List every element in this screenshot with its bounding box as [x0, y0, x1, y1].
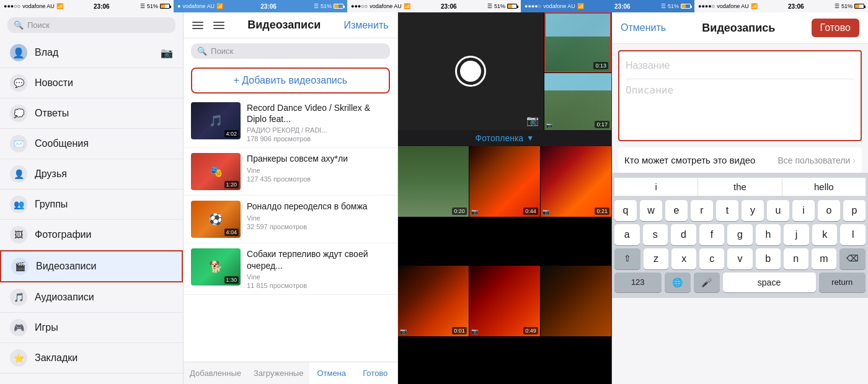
key-y[interactable]: y: [742, 200, 764, 221]
suggestion-i[interactable]: i: [614, 178, 698, 196]
sidebar-search-placeholder: Поиск: [27, 20, 50, 30]
key-z[interactable]: z: [644, 248, 668, 269]
sidebar-item-friends[interactable]: 👤 Друзья: [0, 159, 183, 190]
filmstrip-cell-2[interactable]: 📷 0:21: [541, 146, 611, 217]
filmstrip-cell-3[interactable]: 📷 0:01: [398, 266, 469, 336]
video-info-3: Собаки терпеливо ждут своей очеред... Vi…: [247, 248, 389, 289]
key-x[interactable]: x: [671, 248, 696, 269]
tab-added[interactable]: Добавленные: [184, 362, 247, 384]
sidebar-icon-vlad: 👤: [10, 44, 27, 61]
upload-description-input[interactable]: [626, 82, 854, 131]
sidebar-item-photos[interactable]: 🖼 Фотографии: [0, 220, 183, 250]
video-item-3[interactable]: 🐕 1:30 Собаки терпеливо ждут своей очере…: [184, 243, 397, 294]
video-name-1: Пранкеры совсем аху*ли: [247, 153, 389, 164]
videos-panel: Видеозаписи Изменить 🔍 Поиск + Добавить …: [184, 12, 397, 384]
key-c[interactable]: c: [699, 248, 724, 269]
hamburger-icon-2[interactable]: [213, 22, 224, 29]
key-j[interactable]: j: [784, 224, 809, 245]
camera-shutter-button[interactable]: [455, 56, 486, 87]
sidebar-item-news[interactable]: 💬 Новости: [0, 68, 183, 98]
filmstrip-cell-4[interactable]: 📷 0:49: [469, 266, 540, 336]
camera-preview-1[interactable]: 0:13: [544, 12, 611, 72]
video-source-1: Vine: [247, 167, 389, 174]
key-n[interactable]: n: [784, 248, 808, 269]
tab-uploaded[interactable]: Загруженные: [247, 362, 309, 384]
key-f[interactable]: f: [699, 224, 725, 245]
tab-done[interactable]: Готово: [353, 362, 397, 384]
sidebar-icon-games: 🎮: [10, 319, 27, 336]
numbers-key[interactable]: 123: [614, 273, 662, 292]
camera-live-view: 📷: [398, 12, 544, 130]
key-v[interactable]: v: [727, 248, 752, 269]
key-m[interactable]: m: [812, 248, 836, 269]
video-duration-2: 4:04: [224, 229, 239, 236]
suggestion-hello[interactable]: hello: [782, 178, 866, 196]
key-u[interactable]: u: [767, 200, 789, 221]
sidebar-item-groups[interactable]: 👥 Группы: [0, 190, 183, 220]
suggestion-the[interactable]: the: [698, 178, 782, 196]
key-t[interactable]: t: [716, 200, 738, 221]
key-o[interactable]: o: [818, 200, 840, 221]
key-i[interactable]: i: [792, 200, 815, 221]
cell-0-duration: 0:20: [452, 207, 467, 215]
video-name-3: Собаки терпеливо ждут своей очеред...: [247, 248, 389, 271]
video-item-1[interactable]: 🎭 1:20 Пранкеры совсем аху*ли Vine 127 4…: [184, 148, 397, 196]
video-name-2: Роналдо переоделся в бомжа: [247, 201, 389, 212]
sidebar: 🔍 Поиск 👤 Влад 📷 💬 Новости 💭 Ответы: [0, 12, 184, 384]
key-h[interactable]: h: [756, 224, 781, 245]
key-b[interactable]: b: [756, 248, 781, 269]
key-e[interactable]: e: [665, 200, 688, 221]
keyboard-row-4: 123 🌐 🎤 space return: [614, 273, 866, 292]
sidebar-icon-news: 💬: [10, 74, 27, 92]
privacy-row[interactable]: Кто может смотреть это видео Все пользов…: [618, 147, 862, 173]
globe-key[interactable]: 🌐: [665, 273, 691, 292]
video-source-3: Vine: [247, 273, 389, 281]
filmstrip-cell-1[interactable]: 📷 0:44: [469, 146, 540, 217]
shift-key[interactable]: ⇧: [614, 248, 640, 269]
video-info-0: Record Dance Video / Skrillex & Diplo fe…: [247, 102, 389, 142]
sidebar-item-videos[interactable]: 🎬 Видеозаписи: [0, 250, 183, 282]
key-s[interactable]: s: [643, 224, 668, 245]
upload-name-input[interactable]: [626, 58, 854, 74]
sidebar-item-messages[interactable]: ✉️ Сообщения: [0, 129, 183, 159]
cell-2-cam: 📷: [542, 209, 549, 215]
key-a[interactable]: a: [614, 224, 640, 245]
space-key[interactable]: space: [723, 273, 816, 292]
video-thumb-1: 🎭 1:20: [191, 153, 241, 190]
upload-done-button[interactable]: Готово: [812, 19, 859, 37]
video-item-2[interactable]: ⚽ 4:04 Роналдо переоделся в бомжа Vine 3…: [184, 196, 397, 243]
add-video-button[interactable]: + Добавить видеозапись: [191, 68, 389, 94]
cell-3-duration: 0:01: [452, 327, 467, 334]
keyboard-suggestions: i the hello: [614, 178, 866, 196]
key-p[interactable]: p: [843, 200, 866, 221]
tab-cancel[interactable]: Отмена: [309, 362, 353, 384]
sidebar-item-audio[interactable]: 🎵 Аудиозаписи: [0, 282, 183, 313]
mic-key[interactable]: 🎤: [694, 273, 720, 292]
upload-cancel-button[interactable]: Отменить: [621, 22, 666, 33]
backspace-key[interactable]: ⌫: [839, 248, 866, 269]
videos-search-icon: 🔍: [197, 46, 207, 56]
key-w[interactable]: w: [640, 200, 662, 221]
key-k[interactable]: k: [812, 224, 838, 245]
sidebar-icon-bookmarks: ⭐: [10, 349, 27, 367]
hamburger-icon-1[interactable]: [192, 22, 203, 29]
filmstrip-cell-5[interactable]: [541, 266, 611, 336]
sidebar-label-audio: Аудиозаписи: [35, 292, 173, 303]
sidebar-item-games[interactable]: 🎮 Игры: [0, 313, 183, 343]
privacy-value: Все пользователи ›: [777, 155, 856, 165]
sidebar-item-bookmarks[interactable]: ⭐ Закладки: [0, 343, 183, 373]
video-item-0[interactable]: 🎵 4:02 Record Dance Video / Skrillex & D…: [184, 97, 397, 148]
key-d[interactable]: d: [671, 224, 696, 245]
camera-preview-2[interactable]: 📷 0:17: [544, 73, 611, 131]
key-l[interactable]: l: [840, 224, 866, 245]
key-r[interactable]: r: [691, 200, 713, 221]
video-thumb-0: 🎵 4:02: [191, 102, 241, 139]
return-key[interactable]: return: [819, 273, 866, 292]
filmstrip-cell-0[interactable]: 0:20: [398, 146, 469, 217]
sidebar-item-answers[interactable]: 💭 Ответы: [0, 98, 183, 129]
sidebar-item-vlad[interactable]: 👤 Влад 📷: [0, 38, 183, 68]
videos-edit-button[interactable]: Изменить: [343, 20, 388, 31]
key-g[interactable]: g: [727, 224, 753, 245]
key-q[interactable]: q: [614, 200, 637, 221]
video-views-2: 32 597 просмотров: [247, 223, 389, 230]
